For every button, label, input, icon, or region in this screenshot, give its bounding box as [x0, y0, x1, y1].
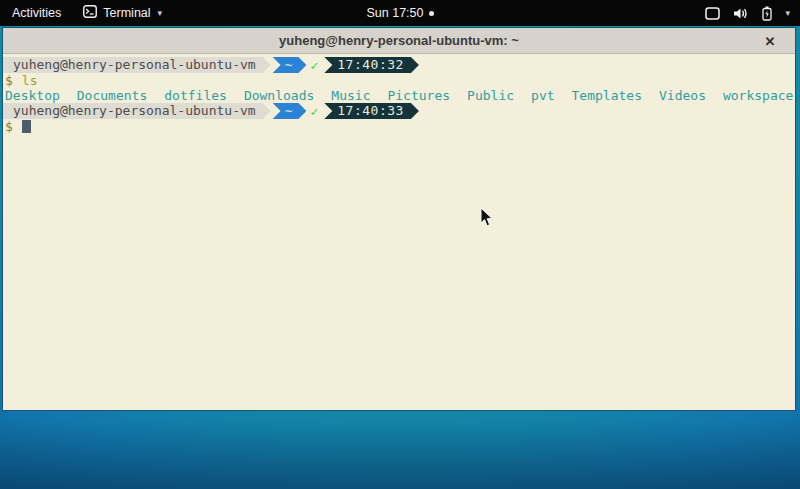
terminal-cursor	[22, 120, 31, 133]
app-menu-terminal[interactable]: Terminal ▾	[73, 0, 172, 26]
close-button[interactable]: ✕	[759, 28, 781, 54]
display-icon	[705, 7, 720, 20]
activities-button[interactable]: Activities	[0, 0, 73, 26]
system-tray[interactable]: ▾	[705, 0, 800, 26]
prompt-host-segment: yuheng@henry-personal-ubuntu-vm	[3, 57, 271, 73]
volume-icon	[733, 7, 749, 20]
prompt-line-2: yuheng@henry-personal-ubuntu-vm ~ ✓ 17:4…	[3, 103, 795, 119]
clock-label: Sun 17:50	[367, 6, 424, 20]
app-menu-label: Terminal	[103, 6, 150, 20]
prompt-line-1: yuheng@henry-personal-ubuntu-vm ~ ✓ 17:4…	[3, 57, 795, 73]
directory-item: Templates	[572, 88, 642, 103]
battery-charging-icon	[762, 6, 772, 21]
terminal-app-icon	[83, 5, 97, 21]
directory-item: workspace	[723, 88, 793, 103]
directory-item: Videos	[659, 88, 706, 103]
directory-item: Music	[331, 88, 370, 103]
directory-item: Documents	[77, 88, 147, 103]
notification-dot-icon	[429, 11, 434, 16]
prompt-path-segment: ~	[273, 57, 307, 73]
prompt-symbol: $	[3, 119, 13, 134]
check-icon: ✓	[310, 58, 318, 73]
chevron-down-icon: ▾	[158, 8, 163, 18]
check-icon: ✓	[310, 104, 318, 119]
directory-item: pvt	[531, 88, 554, 103]
prompt-time-segment: 17:40:32	[324, 57, 419, 73]
titlebar[interactable]: yuheng@henry-personal-ubuntu-vm: ~ ✕	[3, 28, 795, 54]
directory-item: Public	[467, 88, 514, 103]
chevron-down-icon: ▾	[785, 8, 790, 18]
prompt-host-segment: yuheng@henry-personal-ubuntu-vm	[3, 103, 271, 119]
directory-item: dotfiles	[164, 88, 227, 103]
terminal-window: yuheng@henry-personal-ubuntu-vm: ~ ✕ yuh…	[2, 27, 796, 411]
mouse-pointer-icon	[480, 207, 494, 232]
command-line: $ ls	[3, 73, 795, 88]
top-bar: Activities Terminal ▾ Sun 17:50	[0, 0, 800, 26]
directory-item: Desktop	[5, 88, 60, 103]
typed-command: ls	[22, 73, 38, 88]
prompt-path-segment: ~	[273, 103, 307, 119]
directory-item: Pictures	[387, 88, 450, 103]
terminal-content[interactable]: yuheng@henry-personal-ubuntu-vm ~ ✓ 17:4…	[3, 54, 795, 410]
ls-output: DesktopDocumentsdotfilesDownloadsMusicPi…	[3, 88, 795, 103]
prompt-time-segment: 17:40:33	[324, 103, 419, 119]
prompt-symbol: $	[3, 73, 13, 88]
activities-label: Activities	[12, 6, 61, 20]
window-title: yuheng@henry-personal-ubuntu-vm: ~	[279, 33, 519, 48]
current-command-line[interactable]: $	[3, 119, 795, 134]
directory-item: Downloads	[244, 88, 314, 103]
